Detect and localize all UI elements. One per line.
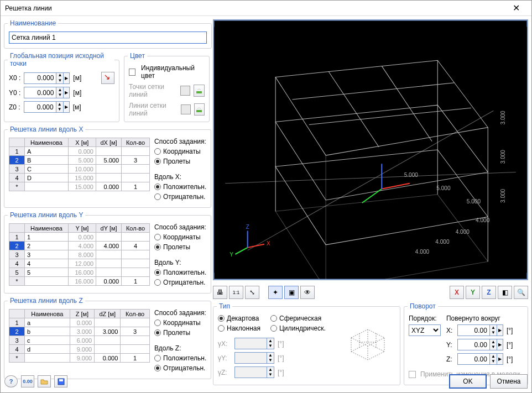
preview-3d[interactable]: X Y Z 5.000 5.000 5.000 4.000 4.000 4.00… bbox=[213, 19, 528, 280]
color-legend: Цвет bbox=[128, 52, 147, 60]
grid-z-table[interactable]: Наименова Z [м] dZ [м] Кол-во 1a0.000 2b… bbox=[9, 309, 150, 363]
cancel-button[interactable]: Отмена bbox=[490, 374, 528, 389]
origin-z-spinner[interactable]: ▲▼ ▶ bbox=[24, 101, 70, 113]
svg-rect-2 bbox=[214, 27, 527, 273]
tool-view-z-icon[interactable]: Z bbox=[482, 286, 496, 299]
save-button[interactable] bbox=[54, 375, 67, 387]
grid-z-radio-neg[interactable]: Отрицательн. bbox=[154, 364, 206, 372]
tool-1to1-icon[interactable]: 1:1 bbox=[229, 286, 243, 299]
table-row: 3C10.000 bbox=[9, 165, 150, 174]
origin-y-spinner[interactable]: ▲▼ ▶ bbox=[24, 87, 70, 98]
table-row: 1a0.000 bbox=[9, 318, 150, 327]
table-row: 2B5.0005.0003 bbox=[9, 156, 150, 165]
units-button[interactable]: 0.00 bbox=[21, 375, 34, 387]
grid-lines-color-button[interactable] bbox=[194, 103, 205, 116]
color-group: Цвет Индивидуальный цвет Точки сетки лин… bbox=[124, 52, 210, 122]
rot-x-label: X: bbox=[446, 327, 454, 334]
table-row: *16.0000.0001 bbox=[9, 277, 150, 286]
color-points-label: Точки сетки линий bbox=[129, 83, 174, 98]
close-icon[interactable]: ✕ bbox=[505, 4, 527, 13]
rotation-order-label: Порядок: bbox=[409, 315, 441, 322]
grid-y-legend: Решетка линии вдоль Y bbox=[8, 211, 85, 219]
type-group: Тип Декартова Наклонная Сферическая Цили… bbox=[213, 302, 400, 385]
rot-y-spinner[interactable]: ▲▼▶ bbox=[457, 339, 503, 350]
origin-x-spinner[interactable]: ▲▼ ▶ bbox=[24, 72, 70, 84]
grid-y-group: Решетка линии вдоль Y Наименова Y [м] dY… bbox=[4, 211, 211, 294]
grid-x-hdr-count: Кол-во bbox=[122, 138, 150, 147]
rot-z-spinner[interactable]: ▲▼▶ bbox=[457, 353, 503, 365]
svg-text:4.000: 4.000 bbox=[456, 229, 470, 235]
origin-x-input[interactable] bbox=[24, 72, 56, 84]
gamma-y-label: γY: bbox=[218, 354, 231, 362]
svg-text:3.000: 3.000 bbox=[500, 111, 506, 125]
type-radio-cylindrical[interactable]: Цилиндрическ. bbox=[270, 324, 326, 332]
ok-button[interactable]: OK bbox=[449, 374, 487, 389]
tool-eye-icon[interactable]: 👁 bbox=[300, 286, 315, 299]
origin-z-unit: [м] bbox=[73, 103, 81, 111]
grid-y-table[interactable]: Наименова Y [м] dY [м] Кол-во 110.000 22… bbox=[9, 223, 150, 286]
tool-print-icon[interactable]: 🖶 bbox=[213, 286, 227, 299]
grid-y-radio-pos[interactable]: Положительн. bbox=[154, 269, 206, 276]
tool-zoom-icon[interactable]: 🔍 bbox=[514, 286, 528, 299]
grid-x-radio-neg[interactable]: Отрицательн. bbox=[154, 193, 206, 201]
color-individual-checkbox[interactable] bbox=[129, 69, 135, 76]
origin-x-unit: [м] bbox=[73, 74, 81, 82]
table-row: 2b3.0003.0003 bbox=[9, 327, 150, 336]
grid-y-radio-coords[interactable]: Координаты bbox=[154, 233, 206, 241]
grid-x-radio-pos[interactable]: Положительн. bbox=[154, 183, 206, 191]
open-button[interactable] bbox=[38, 375, 51, 387]
tool-select-icon[interactable]: ✦ bbox=[268, 286, 283, 299]
grid-z-radio-spans[interactable]: Пролеты bbox=[154, 329, 206, 337]
grid-lines-color-swatch[interactable] bbox=[181, 104, 191, 114]
grid-points-color-button[interactable] bbox=[194, 85, 205, 97]
svg-text:X: X bbox=[267, 240, 270, 247]
type-legend: Тип bbox=[217, 302, 232, 310]
table-row: 338.000 bbox=[9, 250, 150, 259]
gamma-x-label: γX: bbox=[218, 340, 231, 348]
grid-y-radio-spans[interactable]: Пролеты bbox=[154, 243, 206, 251]
gamma-y-spinner[interactable]: ▲▼ bbox=[234, 352, 274, 364]
rotation-order-select[interactable]: XYZ bbox=[409, 324, 441, 336]
type-radio-cartesian[interactable]: Декартова bbox=[218, 315, 260, 322]
svg-text:3.000: 3.000 bbox=[500, 188, 506, 203]
grid-z-legend: Решетка линии вдоль Z bbox=[8, 297, 85, 305]
svg-rect-46 bbox=[59, 379, 63, 381]
type-radio-inclined[interactable]: Наклонная bbox=[218, 324, 260, 332]
grid-z-radio-coords[interactable]: Координаты bbox=[154, 319, 206, 327]
origin-y-input[interactable] bbox=[24, 87, 56, 98]
tool-view-x-icon[interactable]: X bbox=[450, 286, 464, 299]
gamma-x-spinner[interactable]: ▲▼ bbox=[234, 338, 274, 349]
type-radio-spherical[interactable]: Сферическая bbox=[270, 315, 326, 322]
rotation-around-label: Повернуто вокруг bbox=[446, 315, 523, 322]
svg-text:3.000: 3.000 bbox=[500, 150, 506, 164]
rot-x-spinner[interactable]: ▲▼▶ bbox=[457, 324, 503, 336]
grid-x-table[interactable]: Наименова X [м] dX [м] Кол-во 1A0.000 2B… bbox=[9, 138, 150, 191]
grid-z-group: Решетка линии вдоль Z Наименова Z [м] dZ… bbox=[4, 297, 211, 379]
origin-z-input[interactable] bbox=[24, 101, 56, 113]
grid-points-color-swatch[interactable] bbox=[180, 86, 190, 96]
svg-text:5.000: 5.000 bbox=[467, 198, 481, 205]
name-input[interactable] bbox=[9, 32, 207, 44]
color-lines-label: Линии сетки линий bbox=[129, 102, 174, 117]
grid-x-legend: Решетка линии вдоль X bbox=[8, 125, 85, 133]
grid-x-radio-spans[interactable]: Пролеты bbox=[154, 158, 206, 165]
help-button[interactable]: ? bbox=[4, 375, 18, 387]
footer: ? 0.00 OK Отмена bbox=[4, 374, 528, 389]
tool-window-icon[interactable]: ▣ bbox=[284, 286, 299, 299]
tool-view-y-icon[interactable]: Y bbox=[466, 286, 480, 299]
rot-y-label: Y: bbox=[446, 341, 454, 349]
grid-x-radio-coords[interactable]: Координаты bbox=[154, 148, 206, 155]
origin-group: Глобальная позиция исходной точки X0 : ▲… bbox=[4, 52, 119, 122]
grid-x-group: Решетка линии вдоль X Наименова X [м] dX… bbox=[4, 125, 211, 208]
grid-x-along-heading: Вдоль X: bbox=[154, 173, 206, 181]
table-row: 4D15.000 bbox=[9, 174, 150, 182]
tool-axes-icon[interactable]: ⤡ bbox=[245, 286, 259, 299]
grid-y-radio-neg[interactable]: Отрицательн. bbox=[154, 279, 206, 286]
titlebar: Решетка линии ✕ bbox=[1, 1, 531, 16]
table-row: 1A0.000 bbox=[9, 147, 150, 156]
tool-iso-icon[interactable]: ◧ bbox=[498, 286, 512, 299]
pick-point-button[interactable] bbox=[101, 72, 114, 84]
grid-z-radio-pos[interactable]: Положительн. bbox=[154, 354, 206, 362]
naming-group: Наименование bbox=[4, 19, 212, 49]
svg-text:5.000: 5.000 bbox=[404, 172, 419, 178]
